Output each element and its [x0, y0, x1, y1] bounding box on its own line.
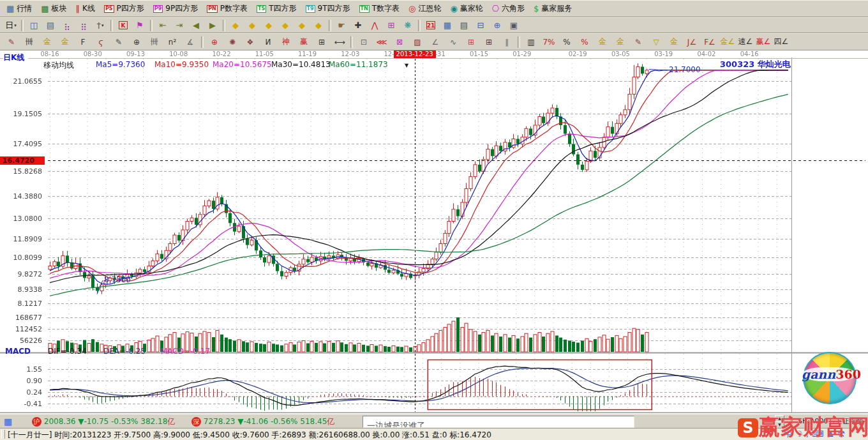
gann-box-icon[interactable]: ⊡ — [355, 34, 372, 49]
menu-t-table[interactable]: TNT数字表 — [355, 2, 405, 15]
date-tick: 04-16 — [734, 50, 765, 57]
gold2-lines-icon[interactable]: 金 — [666, 34, 682, 49]
kline-window-icon[interactable]: K — [116, 19, 131, 32]
percent7-icon[interactable]: 7% — [541, 34, 557, 49]
percent-lines-icon[interactable]: % — [576, 34, 593, 49]
hash-grid-icon[interactable]: 卌 — [21, 34, 38, 49]
square-wheel-icon[interactable]: ❖ — [242, 34, 258, 49]
width-measure-icon[interactable]: ⟷ — [331, 34, 348, 49]
menu-sectors[interactable]: ▩板块 — [37, 2, 71, 15]
gold-circle-icon[interactable]: 金 — [594, 34, 611, 49]
hash2-grid-icon[interactable]: 卌 — [146, 34, 163, 49]
ying-grid-icon[interactable]: 赢 — [296, 34, 312, 49]
save-icon[interactable]: ⊟ — [473, 19, 488, 32]
next-bar-icon[interactable]: ▶ — [205, 19, 220, 32]
crosshair-tool-icon[interactable]: ✚ — [350, 19, 366, 32]
kline-type-label[interactable]: 日K线 — [3, 52, 28, 63]
pen2-tool-icon[interactable]: ✎ — [110, 34, 127, 49]
menu-p-square[interactable]: PSP四方形 — [100, 2, 149, 15]
angle-gold-icon[interactable]: 金∠ — [719, 34, 736, 49]
red-grid-icon[interactable]: ⊞ — [463, 34, 479, 49]
quote-page-icon[interactable]: ▤ — [43, 19, 58, 32]
first-bar-icon[interactable]: ⇤ — [155, 19, 170, 32]
sz-index-group[interactable]: 深 7278.23 ▼-41.06 -0.56% 518.45亿 — [191, 416, 334, 427]
save-web-icon[interactable]: ⊕ — [490, 19, 505, 32]
toolbar-divider — [518, 36, 520, 48]
menu-gann-wheel[interactable]: ◎江恩轮 — [405, 2, 446, 15]
menu-winner-wheel[interactable]: ◉赢家轮 — [446, 2, 488, 15]
shaded-box-icon[interactable]: ▨ — [409, 34, 426, 49]
toolbar-divider — [350, 36, 353, 48]
angle-j-icon[interactable]: J∠ — [684, 34, 700, 49]
parallel-lines-icon[interactable]: ∥ — [498, 34, 515, 49]
calculator-icon[interactable]: ▦ — [440, 19, 455, 32]
menu-winner-wheel-icon: ◉ — [450, 4, 457, 13]
chart9-icon[interactable]: ⣶ — [76, 19, 91, 32]
f-ruler-icon[interactable]: F — [75, 34, 91, 49]
angle-f-icon[interactable]: F∠ — [701, 34, 718, 49]
sz-amount-unit: 亿 — [327, 417, 334, 426]
annotation-low-price: 8.7300 — [104, 275, 131, 284]
gold-grid-icon[interactable]: 金 — [39, 34, 56, 49]
protractor-icon[interactable]: ∡ — [182, 34, 198, 49]
zigzag-icon[interactable]: ∿ — [445, 34, 461, 49]
compass-icon[interactable]: ⊕ — [128, 34, 145, 49]
gold-lines-icon[interactable]: 金 — [612, 34, 629, 49]
menu-quotes[interactable]: ▦行情 — [3, 2, 37, 15]
gann-wheel-icon[interactable]: ✺ — [224, 34, 241, 49]
reset-zoom-icon[interactable]: ◆ — [311, 19, 326, 32]
pen3-tool-icon[interactable]: ✎ — [630, 34, 647, 49]
notebook-icon[interactable]: ▤ — [456, 19, 472, 32]
gann-grid-tool-icon[interactable]: ⊞ — [384, 19, 399, 32]
shrink-x-icon[interactable]: ◆ — [228, 19, 243, 32]
fit-window-icon[interactable]: ◆ — [294, 19, 310, 32]
hand-tool-icon[interactable]: ☛ — [334, 19, 349, 32]
quote-table-icon[interactable]: ▦ — [4, 416, 12, 427]
circle-target-icon[interactable]: ⊕ — [206, 34, 223, 49]
angle-lines-icon[interactable]: ∠ — [427, 34, 444, 49]
sh-index-group[interactable]: 沪 2008.36 ▼-10.75 -0.53% 382.18亿 — [32, 416, 175, 427]
menu-t-square[interactable]: TST四方形 — [253, 2, 302, 15]
shen-grid-icon[interactable]: 神 — [278, 34, 294, 49]
menu-hexagon[interactable]: ⎔六角形 — [488, 2, 530, 15]
gold-grid2-icon[interactable]: 金 — [57, 34, 73, 49]
calendar-icon[interactable]: 21 — [423, 19, 438, 32]
price-scale-icon[interactable]: ▥ — [523, 34, 539, 49]
angle-ying-icon[interactable]: 赢∠ — [755, 34, 772, 49]
menu-winner-service-icon: $ — [534, 4, 539, 13]
candle-style-icon[interactable]: †▾ — [93, 19, 108, 32]
spiral-icon[interactable]: ϛ — [93, 34, 109, 49]
ruler-grid-icon[interactable]: ⊞ — [313, 34, 330, 49]
chart3-icon[interactable]: ⣦ — [59, 19, 75, 32]
last-bar-icon[interactable]: ⇥ — [172, 19, 187, 32]
measure-tool-icon[interactable]: ⋀ — [367, 19, 382, 32]
menu-winner-service[interactable]: $赢家服务 — [530, 2, 577, 15]
menu-9p-square[interactable]: P99P四方形 — [149, 2, 203, 15]
menu-9t-square[interactable]: T99T四方形 — [302, 2, 355, 15]
dark-grid-icon[interactable]: ⊞ — [481, 34, 497, 49]
menu-p-table[interactable]: PNP数字表 — [203, 2, 253, 15]
kline-chart-canvas[interactable] — [0, 57, 868, 414]
expand-y-icon[interactable]: ◆ — [278, 19, 293, 32]
expand-x-icon[interactable]: ◆ — [244, 19, 260, 32]
n-square-icon[interactable]: n² — [164, 34, 181, 49]
shrink-y-icon[interactable]: ◆ — [261, 19, 276, 32]
indicator-dropdown-icon[interactable]: ▼ — [405, 63, 408, 68]
gold-triangle-icon[interactable]: ▽ — [648, 34, 664, 49]
fan-lines-icon[interactable]: ⋘ — [373, 34, 390, 49]
wheel-tool-icon[interactable]: ❋ — [400, 19, 415, 32]
menu-kline[interactable]: ‖K线 — [72, 2, 100, 15]
percent-icon[interactable]: % — [558, 34, 575, 49]
message-input[interactable]: 一边城是没谁了 — [363, 416, 634, 428]
window-icon[interactable]: ◫ — [26, 19, 41, 32]
print-icon[interactable]: ▣ — [506, 19, 521, 32]
prev-bar-icon[interactable]: ◀ — [188, 19, 204, 32]
pen-tool-icon[interactable]: ✎ — [3, 34, 20, 49]
macd-label[interactable]: MACD — [5, 347, 31, 356]
box-fan-icon[interactable]: ⊠ — [391, 34, 408, 49]
indicator-flag-icon[interactable]: ⚑ — [132, 19, 147, 32]
time-mark-icon[interactable]: И — [260, 34, 276, 49]
angle-speed-icon[interactable]: 速∠ — [737, 34, 754, 49]
angle-four-icon[interactable]: 四∠ — [773, 34, 789, 49]
period-day-selector-icon[interactable]: 日▾ — [3, 19, 19, 32]
